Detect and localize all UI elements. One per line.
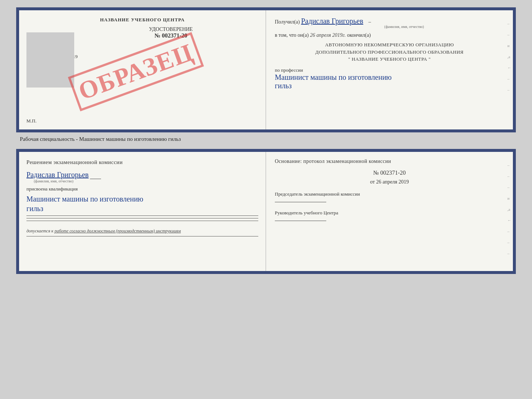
cert-photo-placeholder [26,32,74,88]
middle-label: Рабочая специальность - Машинист машины … [16,132,516,146]
org-block: АВТОНОМНУЮ НЕКОММЕРЧЕСКУЮ ОРГАНИЗАЦИЮ ДО… [275,41,504,63]
bottom-document: Решением экзаменационной комиссии Радисл… [16,149,516,274]
profession-label: по профессии [275,67,504,73]
cert-label: УДОСТОВЕРЕНИЕ [83,26,258,32]
received-prefix: Получил(а) [275,19,300,25]
org-line3: " НАЗВАНИЕ УЧЕБНОГО ЦЕНТРА " [275,56,504,63]
right-margin-marks: – – и ,а ← – – [507,21,511,92]
obrazec-stamp: ОБРАЗЕЦ [68,32,204,111]
allow-text-block: допускается к работе согласно должностны… [26,228,258,234]
org-line1: АВТОНОМНУЮ НЕКОММЕРЧЕСКУЮ ОРГАНИЗАЦИЮ [275,41,504,49]
person-name: Радислав Григорьев [26,171,89,179]
protocol-number: № 002371-20 [275,170,504,176]
received-name: Радислав Григорьев [301,17,363,25]
mp-label: М.П. [26,118,36,124]
director-label: Руководитель учебного Центра [275,210,504,216]
org-line2: ДОПОЛНИТЕЛЬНОГО ПРОФЕССИОНАЛЬНОГО ОБРАЗО… [275,49,504,56]
chairman-label: Председатель экзаменационной комиссии [275,191,504,197]
bottom-right-panel: Основание: протокол экзаменационной коми… [266,152,513,271]
top-document: НАЗВАНИЕ УЧЕБНОГО ЦЕНТРА УДОСТОВЕРЕНИЕ №… [16,7,516,132]
received-line: Получил(а) Радислав Григорьев – (фамилия… [275,17,504,29]
fio-label-bottom: (фамилия, имя, отчество) [34,179,258,183]
date-value: 26 апреля 2019г. [310,32,346,38]
chairman-sig-line [275,202,326,202]
profession-name: Машинист машины по изготовлению [275,73,504,82]
decision-text: Решением экзаменационной комиссии [26,158,258,166]
top-right-panel: Получил(а) Радислав Григорьев – (фамилия… [266,10,513,129]
from-date-value: 26 апреля 2019 [376,179,409,185]
cert-number: № 002371-20 [83,32,258,39]
top-left-panel: НАЗВАНИЕ УЧЕБНОГО ЦЕНТРА УДОСТОВЕРЕНИЕ №… [19,10,266,129]
profession-block: по профессии Машинист машины по изготовл… [275,67,504,90]
qualification2: гильз [26,204,258,213]
top-cert-title: НАЗВАНИЕ УЧЕБНОГО ЦЕНТРА [26,17,258,23]
fio-label-top: (фамилия, имя, отчество) [304,25,504,29]
from-date-prefix: от [370,179,375,185]
date-prefix: в том, что он(а) [275,32,309,38]
director-sig-line [275,221,326,221]
person-name-block: Радислав Григорьев [26,171,258,179]
allow-text: работе согласно должностным (производств… [54,228,181,234]
field-line-2 [26,218,258,218]
basis-title: Основание: протокол экзаменационной коми… [275,158,504,164]
from-date: от 26 апреля 2019 [275,179,504,185]
field-line-3 [26,221,258,221]
profession-name2: гильз [275,82,504,90]
bottom-left-panel: Решением экзаменационной комиссии Радисл… [19,152,266,271]
field-line-4 [26,236,258,236]
qualification: Машинист машины по изготовлению [26,194,258,204]
cert-main-block: УДОСТОВЕРЕНИЕ № 002371-20 [83,26,258,39]
date-line: в том, что он(а) 26 апреля 2019г. окончи… [275,32,504,38]
date-suffix: окончил(а) [347,32,371,38]
assigned-label: присвоена квалификация [26,186,258,192]
allow-prefix: допускается к [26,228,53,234]
right-margin-marks-bottom: – – – и ,а ← – – – [507,163,511,256]
field-line-1 [26,215,258,216]
